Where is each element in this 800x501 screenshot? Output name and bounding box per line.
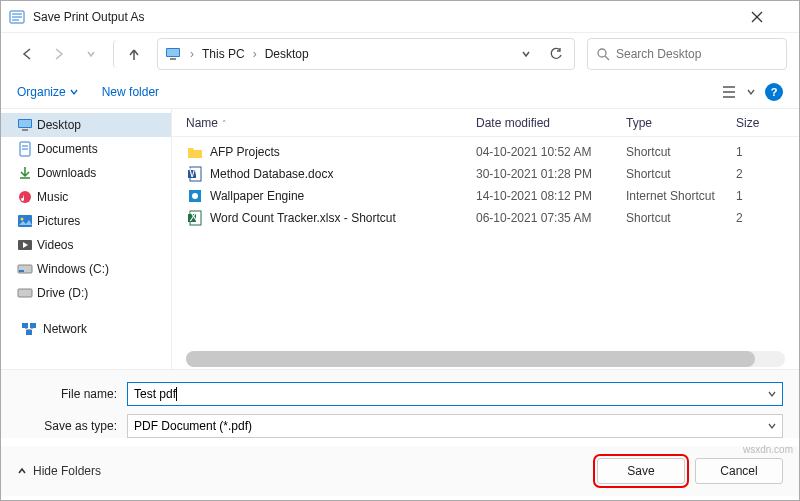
cancel-button[interactable]: Cancel [695, 458, 783, 484]
sidebar-item-drive-c[interactable]: Windows (C:) [1, 257, 171, 281]
back-button[interactable] [13, 40, 41, 68]
view-options-button[interactable] [717, 78, 745, 106]
svg-rect-8 [170, 58, 176, 60]
sidebar-label: Music [37, 190, 68, 204]
word-doc-icon: W [186, 165, 204, 183]
sidebar-label: Videos [37, 238, 73, 252]
breadcrumb-root[interactable]: This PC [202, 47, 245, 61]
downloads-icon [17, 165, 33, 181]
sidebar-item-drive-d[interactable]: Drive (D:) [1, 281, 171, 305]
file-row[interactable]: Wallpaper Engine14-10-2021 08:12 PMInter… [186, 185, 799, 207]
titlebar: Save Print Output As [1, 1, 799, 33]
svg-point-23 [21, 218, 24, 221]
svg-rect-29 [30, 323, 36, 328]
window-title: Save Print Output As [33, 10, 751, 24]
desktop-icon [17, 117, 33, 133]
sidebar-item-desktop[interactable]: Desktop [1, 113, 171, 137]
sidebar-item-pictures[interactable]: Pictures [1, 209, 171, 233]
column-date: Date modified [476, 116, 626, 130]
pictures-icon [17, 213, 33, 229]
chevron-right-icon: › [188, 47, 196, 61]
sidebar: Desktop Documents Downloads Music Pictur… [1, 109, 171, 369]
save-form: File name: Test pdf Save as type: PDF Do… [1, 369, 799, 438]
videos-icon [17, 237, 33, 253]
watermark: wsxdn.com [743, 444, 793, 455]
svg-point-21 [19, 191, 31, 203]
help-button[interactable]: ? [765, 83, 783, 101]
filename-dropdown-icon[interactable] [768, 390, 776, 398]
address-dropdown[interactable] [514, 42, 538, 66]
search-icon [596, 47, 610, 61]
search-box[interactable] [587, 38, 787, 70]
column-type: Type [626, 116, 736, 130]
refresh-button[interactable] [544, 42, 568, 66]
sidebar-label: Network [43, 322, 87, 336]
filename-field[interactable]: Test pdf [127, 382, 783, 406]
documents-icon [17, 141, 33, 157]
monitor-icon [164, 45, 182, 63]
sidebar-label: Downloads [37, 166, 96, 180]
save-button[interactable]: Save [597, 458, 685, 484]
svg-line-10 [605, 56, 609, 60]
svg-rect-22 [18, 215, 32, 227]
file-list: AFP Projects04-10-2021 10:52 AMShortcut1… [172, 137, 799, 345]
svg-line-32 [29, 328, 33, 330]
new-folder-button[interactable]: New folder [102, 85, 159, 99]
network-icon [21, 321, 37, 337]
svg-rect-28 [22, 323, 28, 328]
savetype-field[interactable]: PDF Document (*.pdf) [127, 414, 783, 438]
file-row[interactable]: W Method Database.docx30-10-2021 01:28 P… [186, 163, 799, 185]
savetype-label: Save as type: [17, 419, 127, 433]
savetype-dropdown-icon[interactable] [768, 422, 776, 430]
excel-doc-icon: X [186, 209, 204, 227]
sidebar-label: Documents [37, 142, 98, 156]
recent-dropdown[interactable] [77, 40, 105, 68]
columns-header[interactable]: Name˄ Date modified Type Size [172, 109, 799, 137]
sidebar-label: Pictures [37, 214, 80, 228]
chevron-right-icon: › [251, 47, 259, 61]
file-row[interactable]: X Word Count Tracker.xlsx - Shortcut06-1… [186, 207, 799, 229]
breadcrumb-current[interactable]: Desktop [265, 47, 309, 61]
svg-text:X: X [190, 210, 198, 224]
app-shortcut-icon [186, 187, 204, 205]
svg-line-31 [25, 328, 29, 330]
hide-folders-button[interactable]: Hide Folders [17, 464, 101, 478]
svg-rect-30 [26, 330, 32, 335]
sidebar-item-documents[interactable]: Documents [1, 137, 171, 161]
close-button[interactable] [751, 11, 791, 23]
file-view: Name˄ Date modified Type Size AFP Projec… [171, 109, 799, 369]
svg-rect-15 [19, 120, 31, 127]
svg-rect-16 [22, 129, 28, 131]
nav-row: › This PC › Desktop [1, 33, 799, 75]
search-input[interactable] [616, 47, 778, 61]
up-button[interactable] [113, 40, 145, 68]
svg-rect-7 [167, 49, 179, 56]
filename-label: File name: [17, 387, 127, 401]
horizontal-scrollbar[interactable] [186, 351, 785, 367]
toolbar: Organize New folder ? [1, 75, 799, 109]
svg-point-37 [192, 193, 198, 199]
sidebar-item-music[interactable]: Music [1, 185, 171, 209]
sidebar-item-network[interactable]: Network [1, 317, 171, 341]
organize-menu[interactable]: Organize [17, 85, 78, 99]
sidebar-item-downloads[interactable]: Downloads [1, 161, 171, 185]
drive-icon [17, 261, 33, 277]
app-icon [9, 9, 25, 25]
svg-rect-26 [19, 270, 24, 272]
address-bar[interactable]: › This PC › Desktop [157, 38, 575, 70]
music-icon [17, 189, 33, 205]
button-row: Hide Folders Save Cancel [1, 446, 799, 496]
forward-button[interactable] [45, 40, 73, 68]
sidebar-label: Drive (D:) [37, 286, 88, 300]
sidebar-item-videos[interactable]: Videos [1, 233, 171, 257]
chevron-up-icon [17, 466, 27, 476]
sort-indicator-icon: ˄ [222, 119, 227, 129]
file-row[interactable]: AFP Projects04-10-2021 10:52 AMShortcut1 [186, 141, 799, 163]
svg-rect-27 [18, 289, 32, 297]
svg-point-9 [598, 49, 606, 57]
sidebar-label: Desktop [37, 118, 81, 132]
drive-icon [17, 285, 33, 301]
view-dropdown[interactable] [745, 78, 757, 106]
svg-text:W: W [189, 166, 201, 180]
folder-icon [186, 143, 204, 161]
